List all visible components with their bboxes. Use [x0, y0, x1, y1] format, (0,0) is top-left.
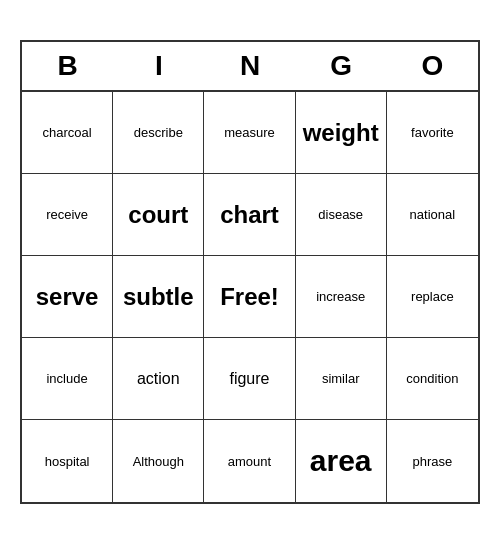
bingo-cell: receive	[22, 174, 113, 256]
cell-text: amount	[228, 454, 271, 469]
bingo-cell: subtle	[113, 256, 204, 338]
bingo-cell: phrase	[387, 420, 478, 502]
cell-text: receive	[46, 207, 88, 222]
bingo-cell: increase	[296, 256, 387, 338]
cell-text: figure	[229, 370, 269, 388]
cell-text: disease	[318, 207, 363, 222]
header-letter: B	[22, 42, 113, 90]
bingo-cell: condition	[387, 338, 478, 420]
bingo-cell: hospital	[22, 420, 113, 502]
bingo-cell: serve	[22, 256, 113, 338]
cell-text: Although	[133, 454, 184, 469]
bingo-cell: measure	[204, 92, 295, 174]
cell-text: charcoal	[43, 125, 92, 140]
header-letter: N	[204, 42, 295, 90]
bingo-cell: weight	[296, 92, 387, 174]
cell-text: Free!	[220, 283, 279, 311]
cell-text: subtle	[123, 283, 194, 311]
bingo-cell: area	[296, 420, 387, 502]
cell-text: national	[410, 207, 456, 222]
bingo-cell: court	[113, 174, 204, 256]
header-letter: O	[387, 42, 478, 90]
bingo-cell: favorite	[387, 92, 478, 174]
cell-text: describe	[134, 125, 183, 140]
bingo-cell: Although	[113, 420, 204, 502]
bingo-cell: describe	[113, 92, 204, 174]
bingo-cell: replace	[387, 256, 478, 338]
cell-text: serve	[36, 283, 99, 311]
cell-text: chart	[220, 201, 279, 229]
cell-text: area	[310, 444, 372, 478]
cell-text: hospital	[45, 454, 90, 469]
bingo-cell: amount	[204, 420, 295, 502]
bingo-cell: charcoal	[22, 92, 113, 174]
bingo-cell: similar	[296, 338, 387, 420]
bingo-grid: charcoaldescribemeasureweightfavoriterec…	[22, 92, 478, 502]
cell-text: increase	[316, 289, 365, 304]
cell-text: favorite	[411, 125, 454, 140]
bingo-cell: Free!	[204, 256, 295, 338]
bingo-cell: include	[22, 338, 113, 420]
header-letter: I	[113, 42, 204, 90]
bingo-cell: figure	[204, 338, 295, 420]
cell-text: include	[46, 371, 87, 386]
bingo-cell: national	[387, 174, 478, 256]
cell-text: measure	[224, 125, 275, 140]
bingo-header: BINGO	[22, 42, 478, 92]
cell-text: court	[128, 201, 188, 229]
header-letter: G	[296, 42, 387, 90]
cell-text: similar	[322, 371, 360, 386]
cell-text: weight	[303, 119, 379, 147]
cell-text: action	[137, 370, 180, 388]
bingo-cell: action	[113, 338, 204, 420]
bingo-cell: disease	[296, 174, 387, 256]
bingo-card: BINGO charcoaldescribemeasureweightfavor…	[20, 40, 480, 504]
cell-text: replace	[411, 289, 454, 304]
cell-text: condition	[406, 371, 458, 386]
cell-text: phrase	[413, 454, 453, 469]
bingo-cell: chart	[204, 174, 295, 256]
